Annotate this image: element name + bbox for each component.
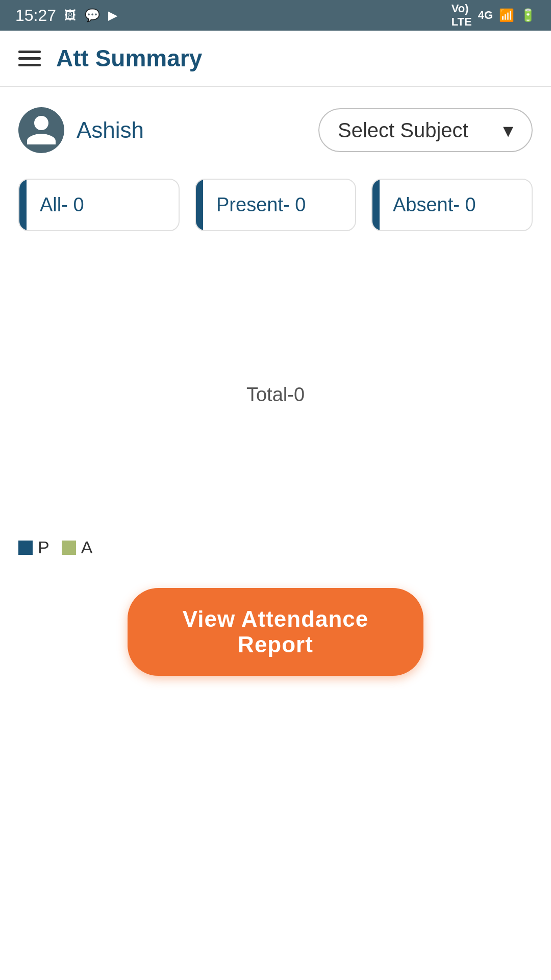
- signal-icon: 📶: [499, 8, 514, 22]
- volte-icon: Vo)LTE: [452, 2, 472, 29]
- subject-dropdown-label: Select Subject: [338, 119, 468, 142]
- person-icon: [23, 112, 59, 148]
- battery-icon: 🔋: [520, 8, 536, 22]
- stat-present-card: Present- 0: [195, 179, 356, 231]
- subject-dropdown[interactable]: Select Subject ▾: [318, 108, 533, 152]
- stat-absent-label: Absent- 0: [388, 194, 476, 216]
- legend-present-color: [18, 541, 33, 555]
- youtube-icon: ▶: [108, 8, 117, 22]
- image-icon: 🖼: [64, 8, 77, 22]
- chart-legend: P A: [18, 537, 533, 557]
- stat-all-card: All- 0: [18, 179, 180, 231]
- stat-present-label: Present- 0: [211, 194, 306, 216]
- user-row: Ashish Select Subject ▾: [18, 107, 533, 153]
- chart-area: Total-0: [18, 262, 533, 517]
- avatar: [18, 107, 64, 153]
- chevron-down-icon: ▾: [503, 118, 513, 142]
- 4g-icon: 4G: [478, 9, 493, 22]
- app-bar-title: Att Summary: [56, 44, 202, 72]
- legend-present-item: P: [18, 537, 49, 557]
- user-info: Ashish: [18, 107, 144, 153]
- stats-row: All- 0 Present- 0 Absent- 0: [18, 179, 533, 231]
- legend-present-label: P: [38, 537, 49, 557]
- user-name: Ashish: [77, 117, 144, 143]
- status-left: 15:27 🖼 💬 ▶: [15, 6, 117, 25]
- chat-icon: 💬: [85, 8, 100, 22]
- legend-absent-item: A: [62, 537, 93, 557]
- status-bar: 15:27 🖼 💬 ▶ Vo)LTE 4G 📶 🔋: [0, 0, 551, 31]
- stat-all-label: All- 0: [35, 194, 84, 216]
- main-content: Ashish Select Subject ▾ All- 0 Present- …: [0, 87, 551, 696]
- app-bar: Att Summary: [0, 31, 551, 87]
- view-attendance-button[interactable]: View Attendance Report: [128, 588, 423, 676]
- hamburger-menu-icon[interactable]: [18, 51, 41, 66]
- status-right-icons: Vo)LTE 4G 📶 🔋: [452, 2, 536, 29]
- legend-absent-color: [62, 541, 76, 555]
- chart-total-label: Total-0: [246, 384, 305, 406]
- stat-absent-card: Absent- 0: [371, 179, 533, 231]
- legend-absent-label: A: [81, 537, 93, 557]
- status-time: 15:27: [15, 6, 56, 25]
